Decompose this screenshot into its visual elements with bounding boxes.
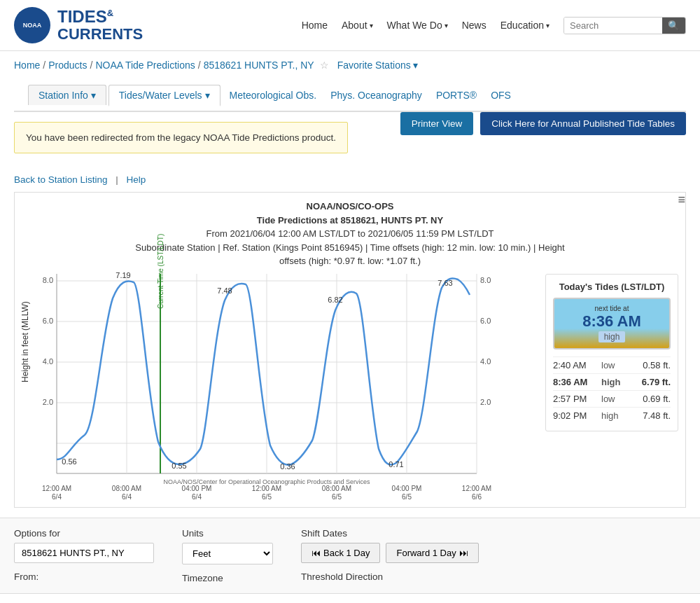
education-dropdown-icon: ▾ [546,22,550,29]
svg-text:6/5: 6/5 [402,493,412,501]
tide-row-2: 8:36 AM high 6.79 ft. [553,373,671,390]
station-info-dropdown-icon: ▾ [91,90,96,101]
svg-text:2.0: 2.0 [43,398,53,406]
favorite-stations-button[interactable]: Favorite Stations ▾ [337,60,418,71]
svg-text:8.0: 8.0 [480,276,491,284]
tab-station-info[interactable]: Station Info ▾ [28,85,106,105]
tabs-bar: Station Info ▾ Tides/Water Levels ▾ Mete… [14,79,686,112]
options-grid: Options for From: Units Feet Meters Time… [14,528,686,583]
alert-box: You have been redirected from the legacy… [14,122,348,153]
svg-text:6/4: 6/4 [122,493,132,501]
nav-home[interactable]: Home [302,20,328,31]
help-link[interactable]: Help [127,174,146,185]
todays-tides-box: Today's Tides (LST/LDT) next tide at 8:3… [545,274,678,431]
search-button[interactable]: 🔍 [662,18,685,34]
tide-row-1: 2:40 AM low 0.58 ft. [553,356,671,373]
svg-text:6/5: 6/5 [262,493,272,501]
chart-menu-icon[interactable]: ≡ [678,193,685,207]
svg-text:7.48: 7.48 [217,286,232,295]
svg-text:6.0: 6.0 [43,317,53,325]
svg-text:0.36: 0.36 [280,462,295,471]
tide-rows: 2:40 AM low 0.58 ft. 8:36 AM high 6.79 f… [553,356,671,424]
timezone-label: Timezone [182,573,273,583]
main-content: You have been redirected from the legacy… [0,112,700,508]
station-input[interactable] [14,543,154,563]
tide-row-4: 9:02 PM high 7.48 ft. [553,407,671,424]
svg-text:6/4: 6/4 [192,493,202,501]
logo-and: & [107,8,113,18]
tide-row-3: 2:57 PM low 0.69 ft. [553,390,671,407]
breadcrumb-station: 8518621 HUNTS PT., NY [204,60,314,71]
tides-water-dropdown-icon: ▾ [205,90,210,101]
svg-text:6/4: 6/4 [52,493,62,501]
svg-text:6.82: 6.82 [328,296,342,304]
svg-text:7.19: 7.19 [115,271,130,279]
shift-dates-group: Shift Dates ⏮ Back 1 Day Forward 1 Day ⏭… [301,528,479,583]
search-input[interactable] [564,18,662,34]
nav-education[interactable]: Education ▾ [500,20,550,31]
svg-text:08:00 AM: 08:00 AM [322,485,351,492]
svg-text:4.0: 4.0 [43,357,53,366]
options-area: Options for From: Units Feet Meters Time… [0,518,700,594]
tab-ports[interactable]: PORTS® [429,85,484,105]
alert-message: You have been redirected from the legacy… [26,132,336,143]
back-to-listing-link[interactable]: Back to Station Listing [14,174,108,185]
back-links: Back to Station Listing | Help [14,167,686,192]
alert-row: You have been redirected from the legacy… [14,112,686,163]
nav-news[interactable]: News [462,20,486,31]
from-label: From: [14,571,154,582]
units-label: Units [182,528,273,539]
chart-and-tides: Height in feet (MLLW) [22,274,678,500]
svg-text:8.0: 8.0 [43,276,53,284]
what-dropdown-icon: ▾ [444,22,448,29]
logo-tides: TIDES [57,7,107,26]
next-tide-display: next tide at 8:36 AM high [553,298,671,349]
favorite-star-icon[interactable]: ☆ [320,60,329,71]
breadcrumb: Home / Products / NOAA Tide Predictions … [0,51,700,79]
annual-tables-button[interactable]: Click Here for Annual Published Tide Tab… [480,112,686,135]
svg-text:6/5: 6/5 [332,493,342,501]
nav-what-we-do[interactable]: What We Do ▾ [387,20,448,31]
forward-1-day-button[interactable]: Forward 1 Day ⏭ [386,543,478,563]
svg-text:0.56: 0.56 [62,457,76,466]
svg-text:12:00 AM: 12:00 AM [252,485,281,492]
tab-phys-ocean[interactable]: Phys. Oceanography [323,85,429,105]
fav-dropdown-icon: ▾ [413,60,418,71]
back-1-day-button[interactable]: ⏮ Back 1 Day [301,543,380,563]
units-group: Units Feet Meters Timezone [182,528,273,583]
svg-text:0.71: 0.71 [388,460,403,469]
tab-ofs[interactable]: OFS [484,85,518,105]
logo-currents: CURRENTS [57,26,143,43]
nav-about[interactable]: About ▾ [342,20,373,31]
noaa-logo: NOAA [14,7,50,43]
options-for-group: Options for From: [14,528,154,583]
shift-dates-label: Shift Dates [301,528,479,539]
tab-tides-water[interactable]: Tides/Water Levels ▾ [108,85,220,106]
next-tide-time: 8:36 AM [560,312,664,331]
nav-area: Home About ▾ What We Do ▾ News Education… [302,17,686,34]
tab-met-obs[interactable]: Meteorological Obs. [223,85,324,105]
breadcrumb-home[interactable]: Home [14,60,40,71]
svg-text:04:00 PM: 04:00 PM [392,485,422,492]
breadcrumb-products[interactable]: Products [48,60,87,71]
shift-buttons: ⏮ Back 1 Day Forward 1 Day ⏭ [301,543,479,563]
breadcrumb-noaa-tide[interactable]: NOAA Tide Predictions [95,60,195,71]
units-select[interactable]: Feet Meters [182,543,273,564]
svg-text:4.0: 4.0 [480,357,491,366]
svg-text:6/6: 6/6 [472,493,482,501]
chart-area: Height in feet (MLLW) [22,274,535,500]
svg-text:12:00 AM: 12:00 AM [462,485,491,492]
next-tide-label: next tide at [560,305,664,312]
options-for-label: Options for [14,528,154,539]
next-tide-type: high [598,331,626,342]
forward-icon: ⏭ [459,548,468,558]
threshold-direction-label: Threshold Direction [301,571,479,582]
tides-box-title: Today's Tides (LST/LDT) [553,282,671,292]
chart-title-block: NOAA/NOS/CO-OPS Tide Predictions at 8518… [22,200,678,274]
svg-text:08:00 AM: 08:00 AM [112,485,141,492]
printer-view-button[interactable]: Printer View [400,112,474,135]
tide-chart-svg: 8.0 6.0 4.0 2.0 8.0 6.0 4.0 2.0 Current … [57,274,519,498]
chart-section: NOAA/NOS/CO-OPS Tide Predictions at 8518… [14,192,686,508]
svg-text:2.0: 2.0 [480,398,491,406]
logo-text: TIDES& CURRENTS [57,8,143,43]
